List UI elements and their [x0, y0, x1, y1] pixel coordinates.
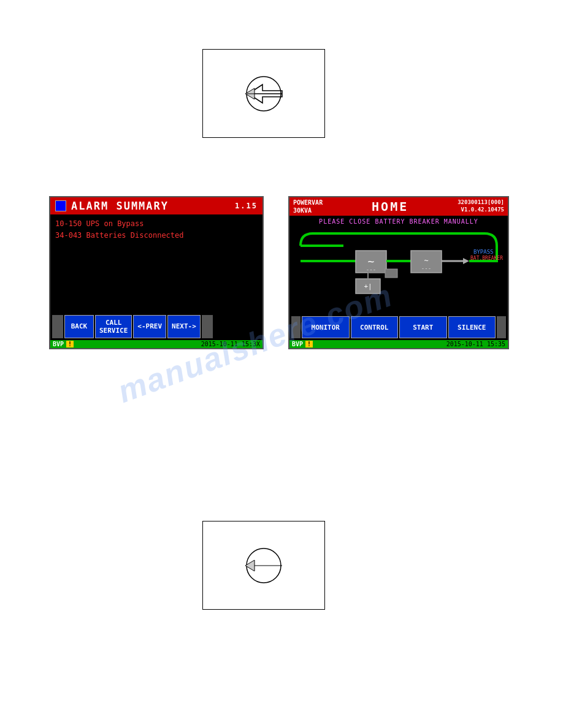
alarm-header: ALARM SUMMARY 1.15: [50, 197, 262, 214]
home-side-right: [497, 316, 506, 338]
svg-text:---: ---: [366, 267, 376, 273]
home-side-left: [291, 316, 301, 338]
home-serial: 320300113[000]: [458, 199, 504, 207]
home-version: V1.0.42.10475: [458, 207, 504, 214]
home-warn-icon: !: [305, 341, 313, 347]
bottom-logo-icon: [227, 544, 301, 587]
alarm-num: 1.15: [235, 202, 258, 210]
home-panel: POWERVAR 30KVA HOME 320300113[000] V1.0.…: [288, 196, 509, 349]
home-header-left: POWERVAR 30KVA: [293, 199, 323, 214]
alarm-body: 10-150 UPS on Bypass 34-043 Batteries Di…: [50, 214, 262, 313]
svg-text:~: ~: [424, 256, 428, 265]
home-time: 2015-10-11 15:35: [446, 341, 505, 347]
alarm-summary-panel: ALARM SUMMARY 1.15 10-150 UPS on Bypass …: [49, 196, 264, 349]
alarm-line-2: 34-043 Batteries Disconnected: [55, 230, 258, 241]
home-header: POWERVAR 30KVA HOME 320300113[000] V1.0.…: [289, 197, 508, 216]
home-title: HOME: [323, 199, 458, 214]
call-service-button[interactable]: CALL SERVICE: [95, 315, 132, 338]
start-button[interactable]: START: [399, 316, 447, 338]
alarm-warn-icon: !: [66, 341, 74, 347]
alarm-side-right: [202, 315, 213, 338]
prev-button[interactable]: <-PREV: [133, 315, 166, 338]
home-status-bar: BVP ! 2015-10-11 15:35: [289, 340, 508, 348]
back-button[interactable]: BACK: [64, 315, 94, 338]
control-button[interactable]: CONTROL: [351, 316, 399, 338]
svg-text:~: ~: [368, 255, 375, 268]
alarm-title: ALARM SUMMARY: [71, 200, 169, 212]
alarm-bvp: BVP: [53, 341, 64, 347]
alarm-time: 2015-10-11 15:3X: [201, 341, 260, 347]
top-logo-icon: [227, 72, 301, 115]
home-bvp: BVP: [292, 341, 303, 347]
svg-text:+|: +|: [364, 282, 372, 290]
alarm-icon: [55, 200, 66, 211]
alarm-side-left: [52, 315, 63, 338]
alarm-status-bar: BVP ! 2015-10-11 15:3X: [50, 340, 262, 348]
home-kva: 30KVA: [293, 207, 323, 214]
alarm-footer: BACK CALL SERVICE <-PREV NEXT->: [50, 313, 262, 340]
alarm-line-1: 10-150 UPS on Bypass: [55, 218, 258, 230]
home-warning: PLEASE CLOSE BATTERY BREAKER MANUALLY: [292, 218, 505, 225]
top-logo-box: [202, 49, 325, 138]
home-body: PLEASE CLOSE BATTERY BREAKER MANUALLY ~ …: [289, 216, 508, 314]
svg-marker-14: [463, 258, 469, 264]
ups-diagram-svg: ~ --- ~ --- +|: [292, 227, 505, 298]
home-header-right: 320300113[000] V1.0.42.10475: [458, 199, 504, 213]
silence-button[interactable]: SILENCE: [448, 316, 496, 338]
monitor-button[interactable]: MONITOR: [302, 316, 350, 338]
svg-text:---: ---: [421, 265, 431, 271]
next-button[interactable]: NEXT->: [167, 315, 201, 338]
svg-text:BAT.BREAKER OPEN: BAT.BREAKER OPEN: [470, 256, 505, 261]
bottom-logo-box: [202, 521, 325, 610]
svg-text:BYPASS: BYPASS: [473, 249, 494, 255]
home-footer: MONITOR CONTROL START SILENCE: [289, 314, 508, 340]
svg-rect-19: [385, 269, 397, 278]
home-powervar: POWERVAR: [293, 199, 323, 207]
ups-diagram: ~ --- ~ --- +|: [292, 227, 505, 298]
